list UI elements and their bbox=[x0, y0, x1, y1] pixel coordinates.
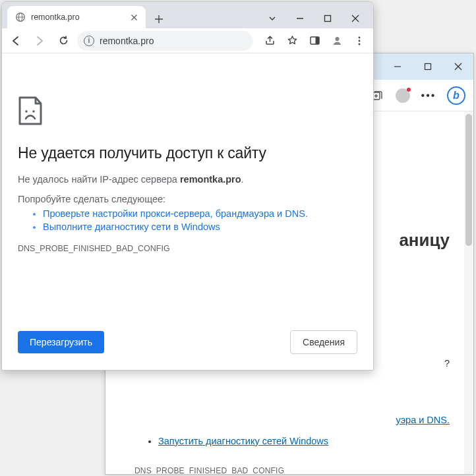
menu-icon[interactable] bbox=[349, 31, 369, 51]
list-item: Проверьте настройки прокси-сервера, бран… bbox=[43, 208, 357, 219]
side-panel-icon[interactable] bbox=[305, 31, 324, 51]
address-bar[interactable]: i remontka.pro bbox=[77, 31, 253, 51]
chrome-browser-window: remontka.pro i remontka.pro bbox=[1, 1, 374, 371]
chrome-tab[interactable]: remontka.pro bbox=[7, 6, 146, 28]
url-text: remontka.pro bbox=[100, 36, 154, 46]
diagnostics-link[interactable]: Выполните диагностику сети в Windows bbox=[43, 222, 220, 232]
chrome-window-controls bbox=[258, 9, 373, 28]
new-tab-button[interactable] bbox=[150, 10, 168, 28]
edge-diagnostics-link[interactable]: Запустить диагностику сетей Windows bbox=[158, 436, 328, 446]
chrome-toolbar: i remontka.pro bbox=[2, 28, 373, 53]
chevron-down-icon[interactable] bbox=[258, 9, 286, 28]
edge-error-code: DNS_PROBE_FINISHED_BAD_CONFIG bbox=[134, 466, 284, 474]
globe-icon bbox=[15, 12, 26, 22]
error-message: Не удалось найти IP-адрес сервера remont… bbox=[18, 174, 357, 185]
svg-rect-15 bbox=[325, 16, 331, 22]
back-button[interactable] bbox=[6, 31, 26, 51]
forward-button[interactable] bbox=[30, 31, 49, 51]
details-button[interactable]: Сведения bbox=[290, 330, 357, 354]
minimize-button[interactable] bbox=[286, 9, 314, 28]
suggestion-list: Проверьте настройки прокси-сервера, бран… bbox=[18, 208, 357, 232]
reload-button[interactable] bbox=[53, 31, 73, 51]
maximize-button[interactable] bbox=[413, 53, 443, 80]
edge-scrollbar-thumb[interactable] bbox=[465, 114, 472, 246]
try-label: Попробуйте сделать следующее: bbox=[18, 194, 357, 204]
svg-point-24 bbox=[25, 110, 28, 113]
bing-chat-icon[interactable]: b bbox=[447, 86, 465, 105]
maximize-button[interactable] bbox=[314, 9, 342, 28]
close-button[interactable] bbox=[342, 9, 369, 28]
svg-rect-19 bbox=[315, 37, 319, 44]
action-row: Перезагрузить Сведения bbox=[18, 330, 357, 354]
proxy-dns-link[interactable]: Проверьте настройки прокси-сервера, бран… bbox=[43, 208, 305, 219]
site-info-icon[interactable]: i bbox=[84, 36, 94, 46]
minimize-button[interactable] bbox=[382, 53, 413, 80]
list-item: Выполните диагностику сети в Windows bbox=[43, 222, 357, 232]
svg-point-23 bbox=[359, 43, 361, 45]
chrome-error-page: Не удается получить доступ к сайту Не уд… bbox=[2, 53, 373, 370]
sad-page-icon bbox=[18, 96, 44, 126]
tab-title: remontka.pro bbox=[31, 13, 80, 22]
svg-point-25 bbox=[32, 110, 35, 113]
edge-suggestion-list: Запустить диагностику сетей Windows bbox=[158, 436, 328, 446]
svg-point-22 bbox=[359, 40, 361, 42]
error-code: DNS_PROBE_FINISHED_BAD_CONFIG bbox=[18, 244, 357, 253]
svg-point-21 bbox=[359, 36, 361, 38]
reload-button[interactable]: Перезагрузить bbox=[18, 331, 104, 353]
svg-rect-1 bbox=[425, 64, 431, 70]
chrome-tabstrip: remontka.pro bbox=[2, 2, 373, 28]
edge-heading-fragment: аницу bbox=[399, 230, 450, 251]
profile-icon[interactable] bbox=[327, 31, 347, 51]
edge-scrollbar[interactable] bbox=[464, 111, 473, 474]
edge-link-fragment[interactable]: уэра и DNS. bbox=[396, 415, 450, 425]
more-icon[interactable]: ••• bbox=[422, 89, 435, 102]
svg-point-20 bbox=[335, 37, 339, 41]
share-icon[interactable] bbox=[260, 31, 280, 51]
bookmark-star-icon[interactable] bbox=[282, 31, 302, 51]
tab-close-icon[interactable] bbox=[129, 12, 139, 22]
edge-text-fragment: ? bbox=[444, 358, 450, 369]
error-heading: Не удается получить доступ к сайту bbox=[18, 144, 357, 162]
close-button[interactable] bbox=[443, 53, 473, 80]
profile-avatar-icon[interactable] bbox=[396, 88, 410, 103]
